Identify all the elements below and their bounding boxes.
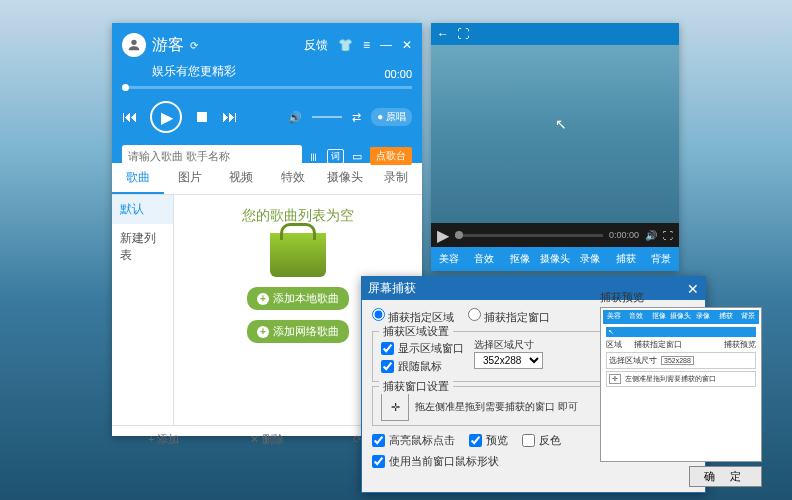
check-preview[interactable]: 预览 [469,433,508,448]
prev-icon[interactable]: ⏮ [122,108,138,126]
vtab-sound[interactable]: 音效 [466,247,501,271]
size-select[interactable]: 352x288 [474,352,543,369]
pbtab-2: 抠像 [648,310,670,324]
radio-region[interactable]: 捕获指定区域 [372,308,454,325]
footer-delete[interactable]: ✕ 删除 [215,426,318,453]
video-canvas[interactable]: ↖ [431,45,679,223]
video-volume-icon[interactable]: 🔊 [645,230,657,241]
check-highlight[interactable]: 高亮鼠标点击 [372,433,455,448]
crosshair-icon[interactable]: ✛ [381,393,409,421]
window-group-title: 捕获窗口设置 [379,379,453,394]
check-follow-mouse[interactable]: 跟随鼠标 [381,359,464,374]
add-local-button[interactable]: +添加本地歌曲 [247,287,349,310]
svg-point-0 [131,40,136,45]
tab-camera[interactable]: 摄像头 [319,163,371,194]
shuffle-icon[interactable]: ⇄ [352,111,361,124]
tab-record[interactable]: 录制 [370,163,422,194]
video-tabs: 美容 音效 抠像 摄像头 录像 捕获 背景 [431,247,679,271]
feedback-link[interactable]: 反馈 [304,37,328,54]
ok-button[interactable]: 确 定 [689,466,762,487]
video-play-button[interactable]: ▶ [437,226,449,245]
refresh-icon[interactable]: ⟳ [190,40,198,51]
minimize-icon[interactable]: — [380,38,392,52]
pbtab-1: 音效 [625,310,647,324]
tab-videos[interactable]: 视频 [215,163,267,194]
sidebar: 默认 新建列表 [112,195,174,425]
window-hint: 拖左侧准星拖到需要捕获的窗口 即可 [415,400,578,414]
video-controls: ▶ 0:00:00 🔊 ⛶ [431,223,679,247]
vtab-capture[interactable]: 捕获 [608,247,643,271]
play-button[interactable]: ▶ [150,101,182,133]
cursor-icon: ↖ [555,116,567,132]
video-time: 0:00:00 [609,230,639,240]
region-group-title: 捕获区域设置 [379,324,453,339]
pb-hint: 左侧准星拖到需要捕获的窗口 [625,374,716,384]
preview-title: 捕获预览 [600,290,762,305]
vtab-record[interactable]: 录像 [573,247,608,271]
tv-icon[interactable]: ▭ [352,150,362,163]
username: 游客 [152,35,184,56]
basket-icon [270,233,326,277]
vtab-camera[interactable]: 摄像头 [537,247,572,271]
expand-icon[interactable]: ⛶ [457,27,469,41]
vtab-bg[interactable]: 背景 [644,247,679,271]
music-tabs: 歌曲 图片 视频 特效 摄像头 录制 [112,163,422,195]
equalizer-icon[interactable]: ⫼ [308,150,319,162]
footer-add[interactable]: + 添加 [112,426,215,453]
vtab-beauty[interactable]: 美容 [431,247,466,271]
preview-panel: 捕获预览 美容 音效 抠像 摄像头 录像 捕获 背景 ↖ 区域 捕获指定窗口捕获… [600,290,762,487]
volume-slider[interactable] [312,116,342,118]
pbtab-3: 摄像头 [670,310,692,324]
dialog-title: 屏幕捕获 [368,280,416,297]
check-invert[interactable]: 反色 [522,433,561,448]
tab-images[interactable]: 图片 [164,163,216,194]
size-label: 选择区域尺寸 [474,338,543,352]
back-icon[interactable]: ← [437,27,449,41]
pbtab-4: 录像 [692,310,714,324]
pb-prev-label: 捕获预览 [724,339,756,350]
radio-window[interactable]: 捕获指定窗口 [468,308,550,325]
progress-bar[interactable] [122,86,412,89]
pbtab-5: 捕获 [714,310,736,324]
pbtab-0: 美容 [603,310,625,324]
pbtab-6: 背景 [737,310,759,324]
lyric-toggle[interactable]: 词 [327,149,344,164]
pb-size-label: 选择区域尺寸 [609,355,657,366]
menu-icon[interactable]: ≡ [363,38,370,52]
tab-effects[interactable]: 特效 [267,163,319,194]
pb-window: 捕获指定窗口 [634,339,682,350]
shirt-icon[interactable]: 👕 [338,38,353,52]
music-player-header: 游客 ⟳ 反馈 👕 ≡ — ✕ 娱乐有您更精彩 00:00 ⏮ ▶ ⏹ ⏭ 🔊 [112,23,422,163]
avatar [122,33,146,57]
add-network-button[interactable]: +添加网络歌曲 [247,320,349,343]
pb-region: 区域 [606,339,622,350]
original-toggle[interactable]: ● 原唱 [371,108,412,126]
user-info[interactable]: 游客 ⟳ [122,33,198,57]
video-fullscreen-icon[interactable]: ⛶ [663,230,673,241]
sidebar-item-default[interactable]: 默认 [112,195,173,224]
vtab-matting[interactable]: 抠像 [502,247,537,271]
stop-icon[interactable]: ⏹ [194,108,210,126]
tab-songs[interactable]: 歌曲 [112,163,164,194]
pb-size-value: 352x288 [661,356,694,365]
video-player-window: ← ⛶ ↖ ▶ 0:00:00 🔊 ⛶ 美容 音效 抠像 摄像头 录像 捕获 背… [431,23,679,271]
preview-box: 美容 音效 抠像 摄像头 录像 捕获 背景 ↖ 区域 捕获指定窗口捕获预览 选择… [600,307,762,462]
next-icon[interactable]: ⏭ [222,108,238,126]
pb-arrow-icon: ↖ [606,327,756,337]
video-header: ← ⛶ [431,23,679,45]
video-progress[interactable] [455,234,603,237]
volume-icon[interactable]: 🔊 [288,111,302,124]
sidebar-item-new[interactable]: 新建列表 [112,224,173,270]
check-show-region[interactable]: 显示区域窗口 [381,341,464,356]
close-icon[interactable]: ✕ [402,38,412,52]
